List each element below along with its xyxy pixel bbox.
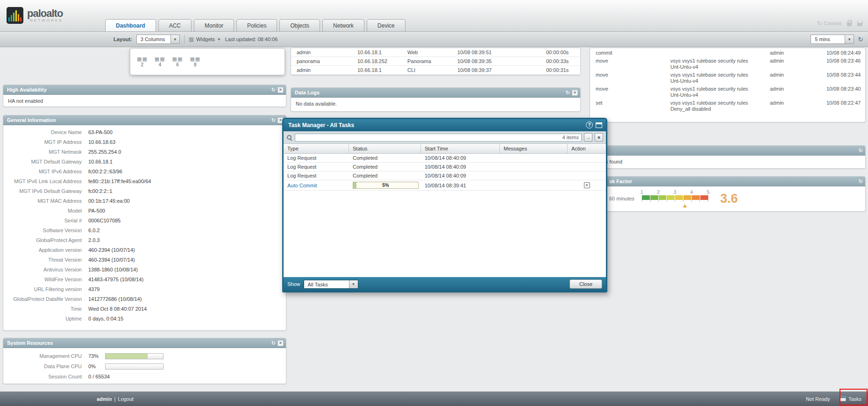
auto-commit-link[interactable]: Auto Commit: [284, 180, 349, 190]
general-info-label: MGT Netmask: [3, 147, 82, 157]
footer-separator: |: [114, 396, 115, 402]
management-cpu-bar: [105, 353, 164, 359]
layout-option-4-columns[interactable]: ▦▦ 4: [155, 56, 165, 67]
task-manager-dialog: Task Manager - All Tasks ? 4 items → × T…: [282, 118, 607, 292]
config-log-admin: admin: [770, 58, 826, 64]
session-count-value: 0 / 65534: [88, 374, 110, 379]
admin-session-start: 10/08 08:39:35: [457, 57, 546, 66]
general-info-value: 4379: [88, 285, 100, 294]
config-log-rows: commit admin 10/08 08:24:49 move vsys vs…: [590, 48, 865, 113]
close-button[interactable]: Close: [569, 279, 602, 289]
widget-refresh-icon[interactable]: ↻: [271, 117, 276, 123]
system-resources-header: System Resources ↻ ×: [3, 338, 286, 348]
general-info-value: 0006C107085: [88, 216, 121, 226]
refresh-interval-select[interactable]: 5 mins ▼: [811, 35, 854, 44]
logs-widget-header: ↻: [590, 146, 865, 156]
general-info-label: Time: [3, 304, 82, 314]
widget-refresh-icon[interactable]: ↻: [566, 89, 570, 96]
tab-dashboard[interactable]: Dashboard: [105, 19, 156, 31]
tab-policies[interactable]: Policies: [236, 19, 277, 31]
tab-acc[interactable]: ACC: [158, 19, 192, 31]
widget-refresh-icon[interactable]: ↻: [271, 340, 276, 346]
tab-objects[interactable]: Objects: [279, 19, 320, 31]
general-info-row: GlobalProtect Datafile Version 141277268…: [3, 294, 286, 304]
admin-name: admin: [297, 66, 357, 75]
help-icon[interactable]: ?: [586, 121, 593, 128]
widgets-dropdown[interactable]: ▦ Widgets ▼: [189, 36, 221, 42]
column-header-type[interactable]: Type: [284, 144, 349, 153]
config-log-admin: admin: [770, 86, 826, 92]
widget-refresh-icon[interactable]: ↻: [271, 86, 276, 93]
layout-option-2-columns[interactable]: ▦▦ 2: [137, 56, 148, 67]
widget-title: General Information: [7, 117, 56, 123]
admin-session-start: 10/08 08:39:51: [457, 48, 546, 57]
last-updated-text: Last updated: 08:40:06: [225, 36, 278, 42]
widget-close-icon[interactable]: ×: [572, 90, 578, 96]
task-type: Log Request: [284, 163, 349, 171]
general-info-value: fe80::21b:17ff:fe45:ea00/64: [88, 177, 151, 186]
column-header-start-time[interactable]: Start Time: [421, 144, 500, 153]
layout-option-6-columns[interactable]: ▦▦ 6: [172, 56, 183, 67]
risk-factor-content: 60 minutes 1 2 3 4 5 3.6: [590, 186, 865, 207]
task-filter-input[interactable]: [295, 134, 582, 142]
session-count-row: Session Count 0 / 65534: [3, 371, 286, 382]
cancel-task-icon[interactable]: ×: [584, 182, 590, 188]
column-header-messages[interactable]: Messages: [500, 144, 568, 153]
tab-network[interactable]: Network: [322, 19, 364, 31]
paloalto-logo: paloalto NETWORKS: [7, 7, 63, 24]
tab-monitor[interactable]: Monitor: [194, 19, 234, 31]
widget-refresh-icon[interactable]: ↻: [859, 147, 863, 154]
tasks-button[interactable]: Tasks: [840, 396, 861, 402]
layout-option-count: 2: [141, 62, 144, 67]
widget-close-icon[interactable]: ×: [277, 340, 284, 346]
main-tab-bar: Dashboard ACC Monitor Policies Objects N…: [105, 19, 406, 31]
task-start-time: 10/08/14 08:39:41: [421, 180, 500, 190]
minimize-icon[interactable]: [596, 122, 602, 128]
config-log-admin: admin: [770, 50, 826, 56]
logged-in-admins-widget: admin 10.66.18.1 Web 10/08 08:39:51 00:0…: [291, 48, 581, 75]
logout-link[interactable]: Logout: [118, 396, 134, 402]
task-row: Log Request Completed 10/08/14 08:40:09: [284, 163, 606, 171]
refresh-interval-arrow-icon[interactable]: ▼: [845, 35, 854, 43]
dashboard-refresh-icon[interactable]: ↻: [858, 36, 863, 43]
widget-close-icon[interactable]: ×: [277, 87, 284, 93]
layout-label: Layout:: [114, 36, 132, 42]
general-info-row: MGT IPv6 Address fc00:2:2::63/96: [3, 167, 286, 177]
column-header-status[interactable]: Status: [349, 144, 421, 153]
management-cpu-bar-fill: [106, 354, 148, 359]
save-icon[interactable]: [857, 21, 862, 26]
admin-client-type: CLI: [407, 66, 457, 75]
tasks-label: Tasks: [848, 396, 861, 402]
task-manager-titlebar[interactable]: Task Manager - All Tasks ?: [284, 119, 606, 131]
apply-filter-button[interactable]: →: [584, 133, 592, 142]
clear-filter-button[interactable]: ×: [595, 133, 603, 142]
management-cpu-value: 73%: [88, 353, 104, 359]
risk-factor-widget: sk Factor ↻ 60 minutes 1 2 3 4 5 3.6: [590, 176, 866, 212]
general-info-value: 460-2394 (10/07/14): [88, 245, 135, 255]
task-type: Log Request: [284, 154, 349, 162]
column-header-action[interactable]: Action: [568, 144, 606, 153]
layout-select[interactable]: 3 Columns ▼: [136, 35, 180, 44]
config-log-action: move: [596, 86, 670, 92]
widget-refresh-icon[interactable]: ↻: [859, 178, 863, 185]
show-tasks-select[interactable]: All Tasks ▼: [304, 280, 358, 289]
commit-icon: ↻: [817, 21, 822, 26]
general-info-row: Model PA-500: [3, 206, 286, 216]
logo-subtext: NETWORKS: [27, 18, 63, 22]
admin-name: admin: [297, 48, 357, 57]
widget-title: Data Logs: [295, 90, 320, 95]
layout-option-8-columns[interactable]: ▦▦ 8: [190, 56, 200, 67]
layout-options-popup: ▦▦ 2 ▦▦ 4 ▦▦ 6 ▦▦ 8: [130, 48, 285, 75]
tab-device[interactable]: Device: [367, 19, 406, 31]
risk-factor-value: 3.6: [720, 192, 738, 205]
config-log-row: commit admin 10/08 08:24:49: [590, 49, 865, 57]
commit-button[interactable]: ↻ Commit: [817, 21, 841, 26]
show-tasks-arrow-icon[interactable]: ▼: [349, 280, 358, 288]
data-plane-cpu-row: Data Plane CPU 0%: [3, 361, 286, 371]
lock-icon[interactable]: [847, 22, 852, 26]
widgets-grid-icon: ▦: [189, 36, 194, 42]
risk-factor-pointer: [683, 204, 687, 207]
layout-select-arrow-icon[interactable]: ▼: [171, 35, 179, 43]
commit-progress-bar: 5%: [353, 182, 419, 189]
app-header: paloalto NETWORKS Dashboard ACC Monitor …: [0, 0, 868, 32]
